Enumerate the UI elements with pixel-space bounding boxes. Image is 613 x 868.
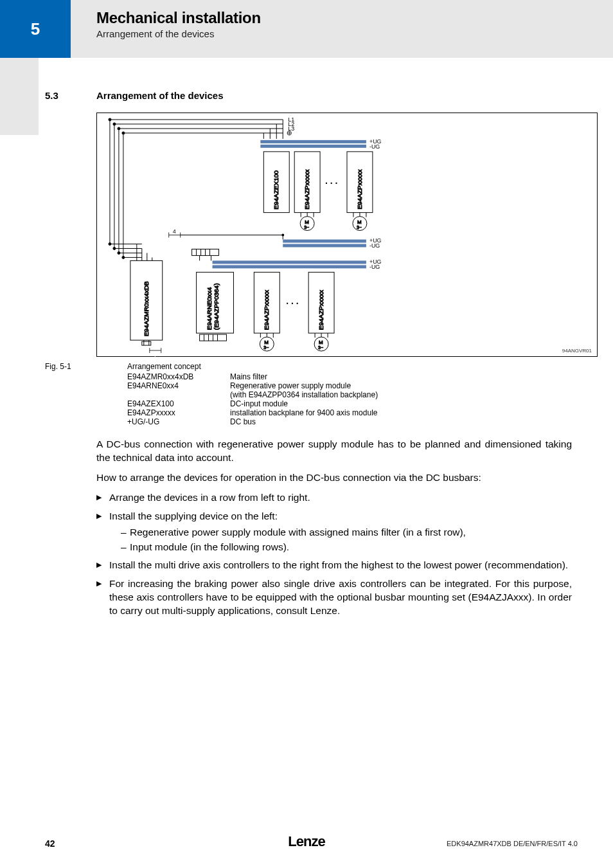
legend-key: E94AZPxxxxx [127, 408, 230, 417]
legend-value: Mains filter [230, 372, 578, 381]
legend-key: E94AZEX100 [127, 399, 230, 408]
chapter-title: Mechanical installation [96, 9, 261, 27]
svg-rect-71 [213, 260, 366, 264]
svg-rect-26 [260, 140, 366, 143]
legend-value: DC-input module [230, 399, 578, 408]
bullet-item: Install the multi drive axis controllers… [96, 559, 572, 572]
brand-logo: Lenze [288, 833, 324, 850]
svg-text:E94AZEX100: E94AZEX100 [272, 170, 280, 210]
svg-text:4: 4 [153, 352, 156, 357]
svg-text:3~: 3~ [304, 225, 309, 230]
side-margin-band [0, 58, 39, 135]
svg-text:15: 15 [136, 345, 142, 352]
svg-text:M: M [264, 339, 269, 345]
section-number: 5.3 [45, 90, 96, 101]
svg-rect-27 [260, 145, 366, 148]
svg-rect-57 [283, 244, 366, 247]
legend-key: +UG/-UG [127, 417, 230, 426]
svg-text:3~: 3~ [263, 345, 269, 350]
svg-text:E94AZPxxxxx: E94AZPxxxxx [263, 290, 270, 330]
bullet-item: For increasing the braking power also si… [96, 577, 572, 618]
figure-legend: E94AZMR0xx4xDBMains filter E94ARNE0xx4Re… [127, 372, 578, 426]
svg-text:4: 4 [173, 228, 176, 235]
svg-text:E94AZPxxxxx: E94AZPxxxxx [303, 170, 310, 210]
section-title: Arrangement of the devices [96, 90, 224, 101]
figure-diagram: L1L2L3 [96, 113, 598, 357]
sub-bullet-item: Regenerative power supply module with as… [121, 526, 572, 539]
svg-text:. . .: . . . [286, 296, 298, 306]
bullet-item: Install the supplying device on the left… [96, 510, 572, 554]
legend-value: installation backplane for 9400 axis mod… [230, 408, 578, 417]
svg-text:E94AZPxxxxx: E94AZPxxxxx [317, 290, 324, 330]
legend-key: E94AZMR0xx4xDB [127, 372, 230, 381]
figure-caption-row: Fig. 5-1 Arrangement concept [45, 362, 578, 371]
page-number: 42 [45, 838, 55, 849]
figure-number: Fig. 5-1 [45, 362, 127, 371]
svg-text:-UG: -UG [369, 242, 380, 249]
svg-rect-56 [283, 239, 366, 242]
figure-id-text: 94ANGVR01 [562, 348, 592, 354]
svg-text:. . .: . . . [325, 176, 337, 186]
svg-text:E94AZPxxxxx: E94AZPxxxxx [356, 170, 363, 210]
doc-id-text: EDK94AZMR47XDB DE/EN/FR/ES/IT 4.0 [447, 840, 578, 847]
legend-value: Regenerative power supply module [230, 381, 578, 390]
header-band: 5 Mechanical installation Arrangement of… [0, 0, 613, 58]
svg-text:M: M [305, 219, 309, 225]
svg-text:E94AZMR0xx4xDB: E94AZMR0xx4xDB [143, 281, 150, 336]
svg-text:3~: 3~ [318, 345, 323, 350]
svg-rect-72 [213, 265, 366, 268]
page-footer: 42 Lenze EDK94AZMR47XDB DE/EN/FR/ES/IT 4… [0, 829, 613, 849]
svg-text:-UG: -UG [369, 264, 380, 270]
figure-title: Arrangement concept [127, 362, 201, 371]
sub-bullet-item: Input module (in the following rows). [121, 541, 572, 554]
bullet-list: Arrange the devices in a row from left t… [96, 491, 572, 618]
svg-text:M: M [357, 219, 362, 225]
svg-rect-79 [142, 341, 151, 345]
legend-value: DC bus [230, 417, 578, 426]
svg-text:3~: 3~ [357, 225, 362, 230]
paragraph-2: How to arrange the devices for operation… [96, 471, 572, 485]
chapter-number-tab: 5 [0, 0, 71, 58]
bullet-item: Arrange the devices in a row from left t… [96, 491, 572, 505]
svg-text:-UG: -UG [369, 143, 380, 150]
legend-key: E94ARNE0xx4 [127, 381, 230, 390]
svg-text:(E94AZPP0364): (E94AZPP0364) [213, 284, 220, 330]
chapter-subtitle: Arrangement of the devices [96, 28, 261, 39]
svg-text:E94ARNE0xx4: E94ARNE0xx4 [206, 287, 213, 330]
svg-text:M: M [319, 339, 323, 345]
legend-value: (with E94AZPP0364 installation backplane… [230, 390, 578, 399]
paragraph-1: A DC-bus connection with regenerative po… [96, 438, 572, 465]
